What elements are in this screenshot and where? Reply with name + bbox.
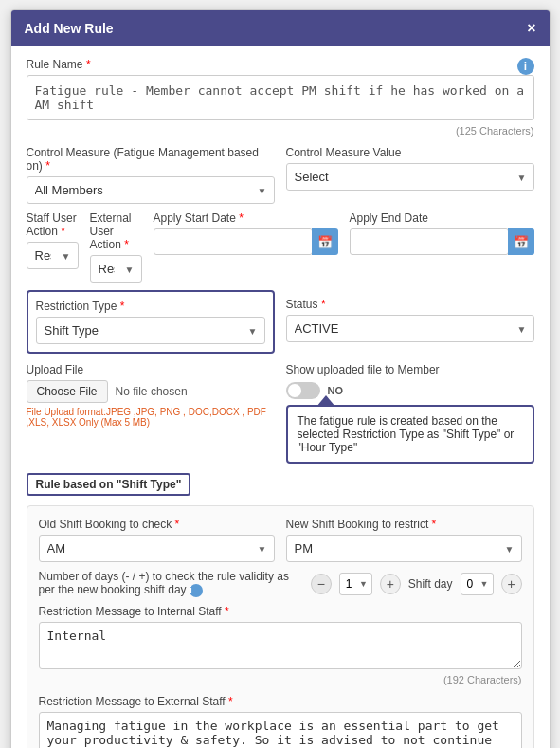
end-date-calendar-icon[interactable]: 📅 <box>508 228 534 255</box>
staff-action-label: Staff User Action * <box>27 211 79 238</box>
staff-action-select[interactable]: Restriction <box>27 242 79 269</box>
dates-row: Apply Start Date * 01/03/2022 📅 Apply En… <box>154 211 534 255</box>
rule-name-label: Rule Name * <box>27 58 534 71</box>
end-date-label: Apply End Date <box>350 211 534 225</box>
old-shift-label: Old Shift Booking to check * <box>39 518 275 531</box>
staff-external-row: Staff User Action * Restriction External… <box>27 211 142 283</box>
days-select-wrap: 1 <box>339 573 372 595</box>
staff-action-group: Staff User Action * Restriction <box>27 211 79 283</box>
end-date-wrap: 31/03/2022 📅 <box>350 228 534 255</box>
rule-name-chars: (125 Characters) <box>27 125 534 137</box>
days-minus-button[interactable]: − <box>311 574 332 594</box>
start-date-group: Apply Start Date * 01/03/2022 📅 <box>154 211 338 255</box>
info-icon[interactable]: i <box>517 58 534 75</box>
restriction-external-group: Restriction Message to External Staff * … <box>39 695 522 748</box>
end-date-group: Apply End Date 31/03/2022 📅 <box>350 211 534 255</box>
external-action-group: External User Action * Restriction <box>90 211 142 283</box>
rule-section: Rule based on "Shift Type" Old Shift Boo… <box>27 473 534 748</box>
staff-action-select-wrap: Restriction <box>27 242 79 269</box>
old-shift-select[interactable]: AM <box>39 535 275 562</box>
external-action-select[interactable]: Restriction <box>90 255 142 283</box>
restriction-internal-input[interactable]: Internal <box>39 622 522 669</box>
external-action-label: External User Action * <box>90 211 142 251</box>
no-file-label: No file chosen <box>116 385 188 398</box>
tooltip-arrow <box>316 395 335 407</box>
control-measure-value-select[interactable]: Select <box>286 163 534 191</box>
restriction-external-input[interactable]: Managing fatigue in the workplace is an … <box>39 712 522 748</box>
new-shift-group: New Shift Booking to restrict * PM <box>286 518 522 562</box>
start-date-input[interactable]: 01/03/2022 <box>154 228 313 255</box>
file-note: File Upload format:JPEG ,JPG, PNG , DOC,… <box>27 407 275 428</box>
new-shift-select[interactable]: PM <box>286 535 522 562</box>
shift-type-section: Old Shift Booking to check * AM New Shif… <box>27 505 534 748</box>
control-measure-group: Control Measure (Fatigue Management base… <box>27 146 275 204</box>
dates-col: Apply Start Date * 01/03/2022 📅 Apply En… <box>154 211 534 283</box>
control-measure-row: Control Measure (Fatigue Management base… <box>27 146 534 204</box>
external-action-select-wrap: Restriction <box>90 255 142 283</box>
new-shift-label: New Shift Booking to restrict * <box>286 518 522 531</box>
control-measure-value-group: Control Measure Value Select <box>286 146 534 204</box>
modal-title: Add New Rule <box>25 21 114 36</box>
action-dates-row: Staff User Action * Restriction External… <box>27 211 534 283</box>
control-measure-select[interactable]: All Members <box>27 176 275 204</box>
upload-label: Upload File <box>27 363 275 376</box>
rule-name-group: Rule Name * Fatigue rule - Member cannot… <box>27 58 534 137</box>
actions-col: Staff User Action * Restriction External… <box>27 211 142 283</box>
restriction-internal-label: Restriction Message to Internal Staff * <box>39 605 522 618</box>
restriction-status-row: Restriction Type * Shift Type Status * <box>27 290 534 363</box>
tooltip-text: The fatigue rule is created based on the… <box>298 414 515 454</box>
add-new-rule-modal: Add New Rule × i Rule Name * Fatigue rul… <box>10 9 551 748</box>
start-date-label: Apply Start Date * <box>154 211 338 225</box>
rule-name-input[interactable]: Fatigue rule - Member cannot accept PM s… <box>27 75 534 120</box>
upload-right: Show uploaded file to Member NO The fati… <box>286 363 534 464</box>
control-measure-value-label: Control Measure Value <box>286 146 534 159</box>
tooltip-container: The fatigue rule is created based on the… <box>286 405 534 464</box>
restriction-internal-chars: (192 Characters) <box>39 674 522 685</box>
modal-body: i Rule Name * Fatigue rule - Member cann… <box>11 46 550 748</box>
days-row: Number of days (- / +) to check the rule… <box>39 570 522 597</box>
status-select[interactable]: ACTIVE <box>286 315 534 342</box>
start-date-wrap: 01/03/2022 📅 <box>154 228 338 255</box>
old-shift-select-wrap: AM <box>39 535 275 562</box>
status-label: Status * <box>286 298 534 311</box>
shift-day-select[interactable]: 0 <box>461 573 494 595</box>
end-date-input[interactable]: 31/03/2022 <box>350 228 509 255</box>
status-col: Status * ACTIVE <box>286 290 534 363</box>
tooltip-box: The fatigue rule is created based on the… <box>286 405 534 464</box>
restriction-internal-group: Restriction Message to Internal Staff * … <box>39 605 522 685</box>
rule-section-header: Rule based on "Shift Type" <box>27 473 191 496</box>
close-icon[interactable]: × <box>527 20 535 37</box>
choose-file-button[interactable]: Choose File <box>27 380 108 403</box>
upload-row: Upload File Choose File No file chosen F… <box>27 363 534 464</box>
restriction-type-box: Restriction Type * Shift Type <box>27 290 275 354</box>
status-select-wrap: ACTIVE <box>286 315 534 342</box>
modal-header: Add New Rule × <box>11 10 550 46</box>
control-measure-select-wrap: All Members <box>27 176 275 204</box>
days-plus-button[interactable]: + <box>380 574 401 594</box>
show-upload-toggle[interactable] <box>286 382 320 399</box>
new-shift-select-wrap: PM <box>286 535 522 562</box>
old-shift-group: Old Shift Booking to check * AM <box>39 518 275 562</box>
restriction-type-select-wrap: Shift Type <box>36 317 265 344</box>
days-info-icon[interactable]: i <box>190 584 203 597</box>
restriction-external-label: Restriction Message to External Staff * <box>39 695 522 708</box>
start-date-calendar-icon[interactable]: 📅 <box>312 228 338 255</box>
control-measure-value-select-wrap: Select <box>286 163 534 191</box>
restriction-type-col: Restriction Type * Shift Type <box>27 290 275 363</box>
shift-day-plus-button[interactable]: + <box>501 574 522 594</box>
shift-day-select-wrap: 0 <box>461 573 494 595</box>
upload-left: Upload File Choose File No file chosen F… <box>27 363 275 428</box>
restriction-type-label: Restriction Type * <box>36 300 265 313</box>
show-upload-label: Show uploaded file to Member <box>286 363 534 376</box>
shift-booking-row: Old Shift Booking to check * AM New Shif… <box>39 518 522 562</box>
file-input-wrap: Choose File No file chosen <box>27 380 275 403</box>
shift-day-label: Shift day <box>408 577 453 591</box>
days-label: Number of days (- / +) to check the rule… <box>39 570 303 597</box>
status-group: Status * ACTIVE <box>286 298 534 342</box>
control-measure-label: Control Measure (Fatigue Management base… <box>27 146 275 173</box>
days-select[interactable]: 1 <box>339 573 372 595</box>
restriction-type-select[interactable]: Shift Type <box>36 317 265 344</box>
